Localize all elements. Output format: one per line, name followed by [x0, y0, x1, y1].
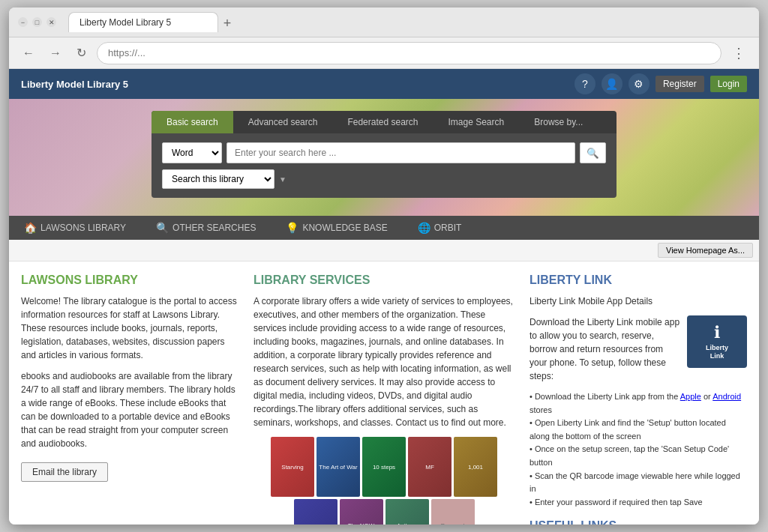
back-button[interactable]: ← — [18, 43, 39, 63]
subnav-orbit[interactable]: 🌐 ORBIT — [403, 216, 477, 240]
book-images: Starving The Art of War 10 steps MF 1,00… — [254, 437, 514, 525]
liberty-link-subtitle: Liberty Link Mobile App Details — [530, 294, 747, 308]
search-button[interactable]: 🔍 — [580, 142, 606, 163]
forward-button[interactable]: → — [45, 43, 66, 63]
title-bar: − □ ✕ Liberty Model Library 5 + — [9, 7, 759, 37]
subnav-other-searches-label: OTHER SEARCHES — [172, 223, 256, 233]
subnav-knowledge-base[interactable]: 💡 KNOWLEDGE BASE — [271, 216, 402, 240]
browser-window: − □ ✕ Liberty Model Library 5 + ← → ↻ ⋮ … — [9, 7, 759, 525]
lawsons-title: LAWSONS LIBRARY — [21, 273, 238, 287]
apple-link[interactable]: Apple — [680, 392, 701, 401]
book-cover-6: ANXI — [294, 499, 338, 525]
main-content: LAWSONS LIBRARY Welcome! The library cat… — [9, 262, 759, 525]
view-homepage-row: View Homepage As... — [9, 240, 759, 262]
page-content: Liberty Model Library 5 ? 👤 ⚙ Register L… — [9, 69, 759, 525]
knowledge-base-icon: 💡 — [286, 222, 298, 234]
header-actions: ? 👤 ⚙ Register Login — [574, 73, 747, 94]
tab-basic-search[interactable]: Basic search — [152, 111, 233, 133]
maximize-button[interactable]: □ — [32, 17, 42, 27]
subnav-lawsons-label: LAWSONS LIBRARY — [40, 223, 126, 233]
step-5: • Enter your password if required then t… — [530, 496, 747, 510]
library-header: Liberty Model Library 5 ? 👤 ⚙ Register L… — [9, 69, 759, 99]
liberty-link-content: ℹ LibertyLink Download the Liberty Link … — [530, 315, 747, 509]
close-button[interactable]: ✕ — [46, 17, 56, 27]
register-button[interactable]: Register — [656, 76, 704, 92]
browser-menu-button[interactable]: ⋮ — [728, 42, 750, 64]
nav-bar: ← → ↻ ⋮ — [9, 37, 759, 69]
tab-label: Liberty Model Library 5 — [80, 17, 171, 28]
scope-select[interactable]: Search this library Search all libraries — [162, 169, 274, 189]
search-scope-row: Search this library Search all libraries… — [162, 169, 606, 189]
liberty-link-title: LIBERTY LINK — [530, 273, 747, 287]
subnav-orbit-label: ORBIT — [434, 223, 462, 233]
library-services-column: LIBRARY SERVICES A corporate library off… — [254, 273, 514, 525]
window-controls: − □ ✕ — [18, 17, 56, 27]
tab-bar: Liberty Model Library 5 + — [62, 12, 750, 32]
library-services-title: LIBRARY SERVICES — [254, 273, 514, 287]
book-cover-9: Personal Development — [431, 499, 475, 525]
home-icon: 🏠 — [24, 222, 37, 234]
email-library-button[interactable]: Email the library — [21, 462, 108, 482]
liberty-link-column: LIBERTY LINK Liberty Link Mobile App Det… — [530, 273, 747, 525]
orbit-icon: 🌐 — [418, 222, 430, 234]
subnav-other-searches[interactable]: 🔍 OTHER SEARCHES — [141, 216, 271, 240]
useful-links-title: USEFUL LINKS — [530, 519, 747, 525]
book-cover-5: 1,001 — [454, 437, 497, 497]
library-title: Liberty Model Library 5 — [21, 79, 128, 90]
sub-nav: 🏠 LAWSONS LIBRARY 🔍 OTHER SEARCHES 💡 KNO… — [9, 216, 759, 240]
other-searches-icon: 🔍 — [156, 222, 169, 234]
settings-icon-btn[interactable]: ⚙ — [628, 73, 650, 94]
liberty-link-logo-text: LibertyLink — [706, 344, 728, 360]
minimize-button[interactable]: − — [18, 17, 28, 27]
library-services-para1: A corporate library offers a wide variet… — [254, 294, 514, 429]
liberty-link-logo: ℹ LibertyLink — [687, 315, 747, 368]
book-cover-7: The NOW HABIT — [340, 499, 383, 525]
liberty-link-logo-icon: ℹ — [714, 323, 720, 342]
person-icon-btn[interactable]: 👤 — [602, 73, 622, 94]
scope-arrow-icon: ▼ — [279, 175, 286, 184]
step-1: • Download the Liberty Link app from the… — [530, 390, 747, 417]
android-link[interactable]: Android — [712, 392, 741, 401]
liberty-link-steps: • Download the Liberty Link app from the… — [530, 390, 747, 509]
search-box: Word Title Author Subject 🔍 Search this … — [152, 133, 616, 198]
hero-section: Basic search Advanced search Federated s… — [9, 99, 759, 216]
tab-advanced-search[interactable]: Advanced search — [233, 111, 333, 133]
login-button[interactable]: Login — [710, 76, 747, 92]
book-cover-1: Starving — [271, 437, 314, 497]
lawsons-column: LAWSONS LIBRARY Welcome! The library cat… — [21, 273, 238, 525]
tab-image-search[interactable]: Image Search — [434, 111, 520, 133]
step-3: • Once on the setup screen, tap the 'Sca… — [530, 443, 747, 469]
step-2: • Open Liberty Link and find the 'Setup'… — [530, 417, 747, 443]
book-cover-2: The Art of War — [316, 437, 360, 497]
address-bar[interactable] — [97, 42, 722, 64]
lawsons-para2: ebooks and audiobooks are available from… — [21, 369, 238, 450]
view-homepage-button[interactable]: View Homepage As... — [658, 243, 753, 258]
new-tab-button[interactable]: + — [218, 14, 236, 32]
help-icon-btn[interactable]: ? — [574, 73, 596, 94]
subnav-lawsons[interactable]: 🏠 LAWSONS LIBRARY — [9, 216, 141, 240]
tab-browse-by[interactable]: Browse by... — [519, 111, 598, 133]
search-type-select[interactable]: Word Title Author Subject — [162, 142, 222, 163]
search-tabs: Basic search Advanced search Federated s… — [152, 111, 616, 133]
active-tab[interactable]: Liberty Model Library 5 — [68, 12, 218, 32]
lawsons-para1: Welcome! The library catalogue is the po… — [21, 294, 238, 362]
tab-federated-search[interactable]: Federated search — [332, 111, 433, 133]
search-input[interactable] — [226, 142, 575, 163]
reload-button[interactable]: ↻ — [72, 43, 91, 63]
book-cover-8: Asthma Dummies — [386, 499, 429, 525]
book-cover-3: 10 steps — [362, 437, 406, 497]
book-cover-4: MF — [408, 437, 452, 497]
search-icon: 🔍 — [586, 148, 599, 159]
step-4: • Scan the QR barcode image viewable her… — [530, 470, 747, 496]
search-input-row: Word Title Author Subject 🔍 — [162, 142, 606, 163]
subnav-knowledge-base-label: KNOWLEDGE BASE — [302, 223, 387, 233]
